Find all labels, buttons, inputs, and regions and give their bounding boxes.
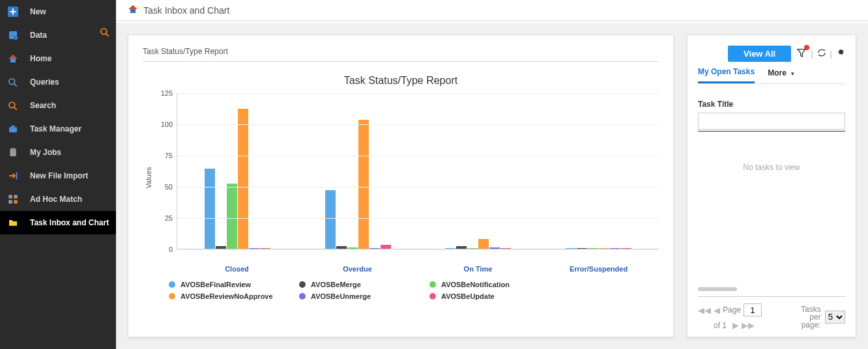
svg-rect-14 bbox=[11, 148, 14, 150]
clipboard-icon bbox=[8, 147, 22, 158]
sidebar-item-new[interactable]: New bbox=[0, 0, 116, 23]
content-area: Task Status/Type Report Task Status/Type… bbox=[116, 23, 868, 349]
bar-group bbox=[418, 93, 539, 249]
bar[interactable] bbox=[467, 248, 478, 249]
bar[interactable] bbox=[227, 184, 237, 249]
plus-icon bbox=[8, 6, 22, 18]
legend-swatch bbox=[429, 281, 436, 288]
svg-line-10 bbox=[14, 107, 16, 109]
bar[interactable] bbox=[478, 239, 489, 249]
bar-group bbox=[538, 93, 659, 249]
bar[interactable] bbox=[445, 248, 456, 249]
tab-my-open-tasks[interactable]: My Open Tasks bbox=[698, 67, 755, 83]
no-tasks-text: No tasks to view bbox=[698, 163, 845, 172]
task-inbox-panel: View All | | My Open Tasks More ▼ bbox=[687, 35, 856, 337]
sidebar-item-home[interactable]: Home bbox=[0, 47, 116, 70]
sidebar-item-data[interactable]: Data bbox=[0, 23, 116, 47]
svg-rect-13 bbox=[10, 148, 16, 156]
svg-rect-17 bbox=[8, 195, 12, 198]
chart-ylabel: Values bbox=[143, 93, 154, 262]
bar[interactable] bbox=[325, 190, 336, 249]
page-header: Task Inbox and Chart bbox=[116, 0, 868, 21]
bar[interactable] bbox=[358, 120, 369, 249]
sidebar-item-task-manager[interactable]: Task Manager bbox=[0, 117, 116, 141]
legend-item[interactable]: AVOSBeNotification bbox=[429, 281, 534, 288]
search-orange-icon bbox=[8, 100, 22, 111]
pager-page-input[interactable] bbox=[744, 303, 762, 316]
bar[interactable] bbox=[336, 246, 347, 249]
bar[interactable] bbox=[599, 248, 609, 249]
bar[interactable] bbox=[347, 247, 358, 249]
xaxis-label: Error/Suspended bbox=[538, 265, 659, 273]
bar[interactable] bbox=[610, 248, 620, 249]
chart-panel: Task Status/Type Report Task Status/Type… bbox=[128, 35, 674, 337]
tabs-row: My Open Tasks More ▼ bbox=[698, 67, 845, 84]
bar[interactable] bbox=[381, 245, 391, 249]
bar[interactable] bbox=[588, 248, 598, 249]
bar[interactable] bbox=[216, 246, 226, 249]
legend-swatch bbox=[169, 293, 175, 300]
legend-item[interactable]: AVOSBeReviewNoApprove bbox=[169, 292, 273, 300]
pager-page-label: Page bbox=[723, 305, 741, 314]
home-icon bbox=[128, 4, 138, 16]
import-icon bbox=[8, 170, 22, 182]
sidebar-item-new-file-import[interactable]: New File Import bbox=[0, 164, 116, 188]
bar[interactable] bbox=[369, 248, 380, 249]
pager-last-icon[interactable]: ▶▶ bbox=[742, 320, 755, 330]
sidebar-item-search[interactable]: Search bbox=[0, 94, 116, 117]
bar[interactable] bbox=[621, 248, 631, 249]
legend-item[interactable]: AVOSBeUpdate bbox=[429, 292, 534, 300]
chart: Values 0255075100125 bbox=[143, 93, 659, 262]
chart-yaxis: 0255075100125 bbox=[154, 93, 177, 262]
sidebar-item-label: Data bbox=[30, 31, 47, 40]
filter-alert-dot bbox=[804, 45, 809, 50]
bar[interactable] bbox=[249, 248, 259, 249]
bar[interactable] bbox=[238, 109, 248, 249]
legend-item[interactable]: AVOSBeFinalReview bbox=[169, 281, 273, 288]
bar[interactable] bbox=[500, 248, 511, 249]
svg-marker-6 bbox=[8, 55, 17, 59]
svg-point-7 bbox=[9, 78, 15, 84]
pager-next-icon[interactable]: ▶ bbox=[732, 320, 739, 330]
bar[interactable] bbox=[566, 248, 576, 249]
bar[interactable] bbox=[205, 169, 215, 249]
sidebar-search-icon[interactable] bbox=[100, 27, 109, 40]
sidebar-item-my-jobs[interactable]: My Jobs bbox=[0, 141, 116, 164]
briefcase-icon bbox=[8, 123, 22, 135]
svg-line-8 bbox=[14, 83, 16, 86]
sidebar-item-label: Ad Hoc Match bbox=[30, 195, 82, 204]
svg-point-21 bbox=[101, 29, 107, 35]
horizontal-scrollbar[interactable] bbox=[698, 287, 737, 291]
svg-rect-19 bbox=[8, 200, 12, 203]
legend-item[interactable]: AVOSBeMerge bbox=[299, 281, 403, 288]
filter-icon[interactable] bbox=[796, 48, 807, 60]
sidebar-item-task-inbox-and-chart[interactable]: Task Inbox and Chart bbox=[0, 211, 116, 234]
bar[interactable] bbox=[577, 248, 587, 249]
bar[interactable] bbox=[489, 247, 500, 249]
sidebar-item-label: Queries bbox=[30, 77, 59, 87]
chart-plot bbox=[177, 93, 659, 249]
refresh-icon[interactable] bbox=[817, 48, 826, 59]
sidebar-item-ad-hoc-match[interactable]: Ad Hoc Match bbox=[0, 188, 116, 211]
view-all-button[interactable]: View All bbox=[728, 46, 791, 62]
gear-icon[interactable] bbox=[836, 48, 845, 59]
tab-more[interactable]: More ▼ bbox=[768, 68, 795, 83]
grid-icon bbox=[8, 193, 22, 205]
tasks-per-page-select[interactable]: 5 bbox=[825, 311, 845, 324]
pager-first-icon[interactable]: ◀◀ bbox=[698, 305, 711, 315]
chart-title: Task Status/Type Report bbox=[143, 75, 659, 87]
folder-icon bbox=[8, 217, 22, 229]
svg-marker-24 bbox=[128, 5, 137, 9]
sidebar-item-queries[interactable]: Queries bbox=[0, 70, 116, 94]
pager-prev-icon[interactable]: ◀ bbox=[714, 305, 720, 315]
sidebar-item-label: Search bbox=[30, 101, 56, 110]
bar[interactable] bbox=[260, 248, 270, 249]
bar[interactable] bbox=[456, 246, 467, 249]
task-title-input[interactable] bbox=[698, 113, 845, 130]
home-icon bbox=[8, 53, 22, 64]
legend-swatch bbox=[169, 281, 175, 288]
sidebar-item-label: Home bbox=[30, 54, 51, 63]
sidebar-item-label: Task Inbox and Chart bbox=[30, 218, 109, 227]
legend-item[interactable]: AVOSBeUnmerge bbox=[299, 292, 403, 300]
svg-rect-11 bbox=[9, 127, 17, 132]
